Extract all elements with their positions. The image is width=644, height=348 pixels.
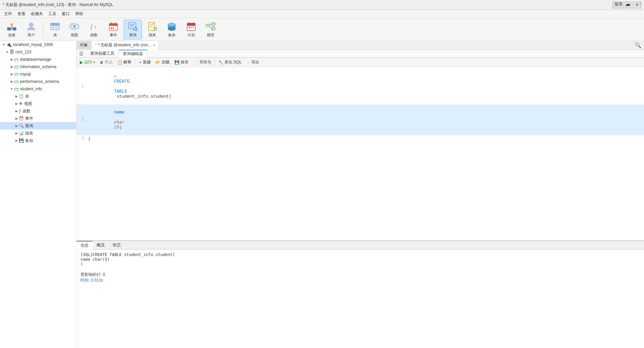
save-button[interactable]: 💾 保存 [172,59,191,66]
expand-icon[interactable]: ▶ [14,138,19,143]
sidebar-item-table[interactable]: ▶ 📋 表 [0,93,76,100]
sidebar-item-report[interactable]: ▶ 📊 报表 [0,130,76,137]
code-editor[interactable]: 1 ⊟ CREATE TABLE student_info.student( 2… [76,67,644,241]
toolbar-model[interactable]: 模型 [202,20,220,39]
action-toolbar: ▶ 运行 ▾ ⏹ 停止 📋 解释 ✦ 新建 📂 加载 [76,58,644,67]
menu-file[interactable]: 文件 [1,10,15,17]
sidebar-item-backup[interactable]: ▶ 💾 备份 [0,137,76,144]
result-tab-status[interactable]: 状态 [109,241,125,250]
run-button[interactable]: ▶ 运行 ▾ [78,59,97,66]
sidebar-db-student-info[interactable]: ▼ 🗃 student_info [0,85,76,93]
item-label: 表 [25,94,29,99]
line-content-2: name char (5) [87,105,644,135]
svg-line-31 [137,30,138,31]
toolbar-view[interactable]: 视图 [65,20,84,39]
menu-view[interactable]: 查看 [15,10,28,17]
tab-close-icon[interactable]: ✕ [153,43,155,47]
beautify-icon: 🔧 [218,60,223,65]
run-icon: ▶ [80,60,83,65]
sidebar-item-event[interactable]: ▶ ⏰ 事件 [0,115,76,122]
sidebar-root[interactable]: ▼ 🗄 root_123 [0,48,76,56]
expand-icon[interactable]: ▼ [1,42,6,47]
result-tab-info[interactable]: 信息 [76,241,93,250]
load-label: 加载 [162,59,170,65]
expand-icon[interactable]: ▶ [14,116,19,121]
menu-help[interactable]: 帮助 [72,10,86,17]
expand-icon[interactable]: ▶ [14,94,19,99]
new-button[interactable]: ✦ 新建 [137,59,153,66]
expand-icon[interactable]: ▶ [9,64,14,69]
tab-query-label: * 无标题 @student_info (roo... [98,42,151,48]
expand-icon[interactable]: ▶ [14,109,19,113]
sidebar-item-view[interactable]: ▶ 👁 视图 [0,100,76,107]
view-icon [69,21,80,32]
querybuild-label: 查询创建工具 [90,51,114,56]
db-label: student_info [20,87,42,91]
sidebar-db-databasemanage[interactable]: ▶ 🗃 databasemanage [0,56,76,63]
toolbar-backup[interactable]: 备份 [163,20,181,39]
table-icon: 📋 [19,94,24,99]
menu-tools[interactable]: 工具 [46,10,59,17]
toolbar-report-label: 报表 [149,33,156,38]
menu-favorites[interactable]: 收藏夹 [28,10,46,17]
toolbar-event[interactable]: 事件 [104,20,122,39]
toolbar-query[interactable]: 查询 [124,20,142,39]
svg-rect-39 [155,29,155,31]
svg-rect-50 [189,27,190,28]
table-icon [50,21,60,32]
load-icon: 📂 [156,60,161,65]
login-button[interactable]: 登录 [612,1,625,8]
queryeditor-label: 查询编辑器 [123,51,143,57]
tab-object[interactable]: 对象 [76,41,92,50]
expand-icon[interactable]: ▶ [14,123,19,128]
toolbar-report[interactable]: 报表 [143,20,161,39]
sidebar-item-func[interactable]: ▶ ƒ 函数 [0,107,76,115]
toolbar-schedule[interactable]: 计划 [182,20,200,39]
event-icon [108,21,119,32]
object-tab-querybuild[interactable]: 查询创建工具 [86,50,119,58]
save-as-button[interactable]: 📄 另存为 [191,59,213,66]
beautify-button[interactable]: 🔧 美化 SQL [216,59,244,66]
explain-button[interactable]: 📋 解释 [115,59,133,66]
result-tab-overview-label: 概况 [97,242,105,248]
db-icon: 🗃 [14,86,19,92]
svg-rect-56 [212,23,215,25]
expand-icon[interactable]: ▶ [9,72,14,77]
menu-window[interactable]: 窗口 [59,10,72,17]
item-label: 函数 [22,108,31,114]
result-tab-overview[interactable]: 概况 [93,241,109,250]
expand-icon[interactable]: ▼ [5,50,9,54]
result-sql-line1: [SQL]CREATE TABLE student_info.student( [80,252,640,257]
run-label: 运行 [84,59,92,65]
tab-query[interactable]: * * 无标题 @student_info (roo... ✕ [92,41,159,50]
load-button[interactable]: 📂 加载 [154,59,172,66]
connection-label: localhost_mysql_3306 [13,42,53,47]
sidebar-db-information-schema[interactable]: ▶ 🗃 information_schema [0,63,76,70]
result-affected: 受影响的行: 0 [80,272,640,278]
stop-label: 停止 [105,59,113,65]
toolbar-backup-label: 备份 [168,33,175,38]
stop-button[interactable]: ⏹ 停止 [98,59,115,66]
beautify-label: 美化 SQL [224,59,241,65]
toolbar-table[interactable]: 表 [46,20,64,39]
result-tab-bar: 信息 概况 状态 ⟩ [76,241,644,250]
toolbar-func[interactable]: f x 函数 [85,20,103,39]
sidebar-db-mysql[interactable]: ▶ 🗃 mysql [0,70,76,78]
toolbar-connect[interactable]: 连接 [3,20,21,39]
sidebar-db-performance-schema[interactable]: ▶ 🗃 performance_schema [0,78,76,85]
object-tab-queryeditor[interactable]: 查询编辑器 [119,50,147,58]
svg-rect-52 [193,27,194,28]
tab-search-icon[interactable]: 🔍 [635,42,641,48]
sidebar-item-query[interactable]: ▶ 🔍 查询 [0,122,76,130]
expand-icon[interactable]: ▶ [14,101,19,106]
sidebar-connection[interactable]: ▼ 🔌 localhost_mysql_3306 [0,41,76,48]
export-button[interactable]: → 导出 [244,59,261,66]
expand-icon[interactable]: ▶ [9,79,14,84]
hamburger-button[interactable]: ☰ [76,50,86,57]
expand-icon[interactable]: ▼ [9,87,14,91]
expand-icon[interactable]: ▶ [9,57,14,62]
expand-icon[interactable]: ▶ [14,131,19,136]
db-icon: 🗃 [14,57,19,62]
run-dropdown-icon[interactable]: ▾ [93,60,95,64]
toolbar-user[interactable]: 用户 [22,20,40,39]
